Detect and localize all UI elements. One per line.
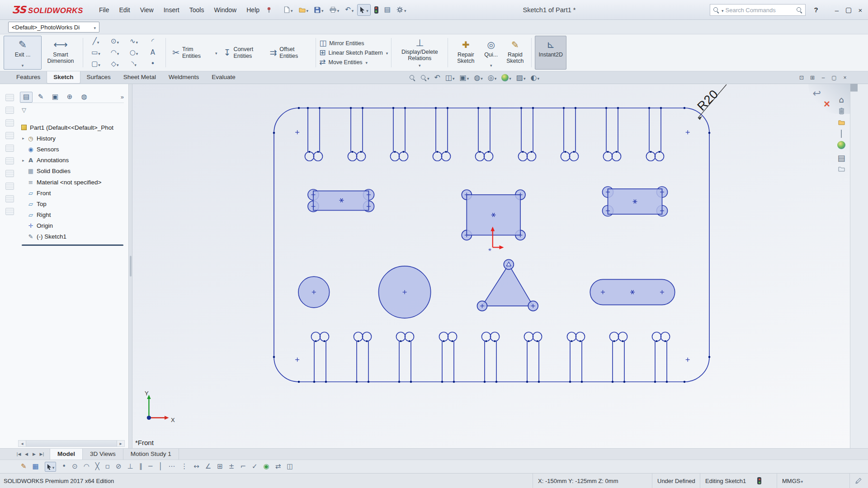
- trim-entities-button[interactable]: ✂ Trim Entities: [169, 36, 220, 70]
- angle-snap-icon[interactable]: ∠: [205, 463, 211, 470]
- point-snap-icon[interactable]: •: [62, 463, 66, 470]
- appearances-icon[interactable]: [837, 141, 845, 150]
- left-dock-icon-8[interactable]: [5, 183, 14, 190]
- rebuild-button[interactable]: [372, 4, 381, 16]
- tab-evaluate[interactable]: Evaluate: [205, 71, 242, 84]
- fillet-tool-button[interactable]: ◝: [124, 58, 143, 70]
- tree-item-top-plane[interactable]: ▱ Top: [20, 198, 127, 209]
- scroll-right-icon[interactable]: ▸: [117, 441, 124, 446]
- tab-scroll-last-icon[interactable]: ▶|: [38, 452, 45, 456]
- apply-scene-icon[interactable]: ▨: [516, 74, 526, 81]
- move-entities-icon[interactable]: ⇄: [275, 463, 281, 470]
- polygon-tool-button[interactable]: ◇: [105, 58, 124, 70]
- display-delete-dropdown-icon[interactable]: [419, 62, 421, 68]
- panel-scrollbar[interactable]: ◂ ▸: [18, 440, 125, 447]
- save-dropdown-icon[interactable]: [321, 6, 324, 14]
- search-input[interactable]: [726, 7, 794, 14]
- tree-item-front-plane[interactable]: ▱ Front: [20, 188, 127, 198]
- view-palette-icon[interactable]: [841, 130, 842, 137]
- text-tool-button[interactable]: A: [143, 47, 162, 58]
- sketch-relations-icon[interactable]: ◉: [264, 463, 269, 470]
- tags-icon[interactable]: [849, 474, 863, 488]
- ellipse-tool-button[interactable]: ○: [124, 47, 143, 58]
- exit-sketch-button[interactable]: ✎ Exit ...: [4, 36, 42, 70]
- smart-dimension-button[interactable]: ⟷ Smart Dimension: [42, 36, 80, 70]
- close-button[interactable]: ×: [854, 6, 866, 14]
- undo-dropdown-icon[interactable]: [351, 6, 354, 14]
- confirm-exit-sketch-icon[interactable]: ↩: [813, 88, 821, 99]
- left-dock-icon-9[interactable]: [5, 195, 14, 202]
- units-dropdown-icon[interactable]: [800, 478, 803, 484]
- corner-snap-icon[interactable]: ⌐: [240, 463, 246, 470]
- file-explorer-icon[interactable]: [838, 166, 845, 173]
- sketch-outer-profile[interactable]: [274, 107, 709, 383]
- menu-edit[interactable]: Edit: [114, 4, 135, 16]
- left-dock-icon-5[interactable]: [5, 145, 14, 152]
- open-dropdown-icon[interactable]: [306, 6, 309, 14]
- view-orientation-icon[interactable]: ▣: [460, 74, 469, 81]
- horizontal-snap-icon[interactable]: ─: [148, 463, 152, 470]
- configuration-dropdown[interactable]: <Default>_PhotoWorks Di: [8, 22, 99, 33]
- task-strip-icon-8[interactable]: [857, 84, 858, 92]
- file-properties-button[interactable]: ▤: [382, 4, 393, 15]
- filter-icon[interactable]: ▽: [22, 107, 26, 113]
- custom-properties-icon[interactable]: ▤: [837, 154, 845, 162]
- previous-view-icon[interactable]: ↶: [434, 74, 440, 81]
- display-style-icon[interactable]: ◍: [474, 74, 483, 81]
- instant2d-button[interactable]: ⊾ Instant2D: [535, 36, 566, 70]
- tree-item-origin[interactable]: ✛ Origin: [20, 221, 127, 231]
- rapid-sketch-button[interactable]: ✎ Rapid Sketch: [502, 36, 528, 70]
- perpendicular-snap-icon[interactable]: ⊥: [127, 463, 133, 470]
- open-document-button[interactable]: [297, 4, 311, 16]
- sketch-triangle[interactable]: [477, 259, 538, 311]
- view-settings-icon[interactable]: ◐: [530, 74, 539, 81]
- tab-motion-study-1[interactable]: Motion Study 1: [123, 449, 179, 460]
- displaymanager-tab-icon[interactable]: ◍: [78, 92, 90, 103]
- zoom-area-icon[interactable]: [420, 74, 429, 81]
- tab-weldments[interactable]: Weldments: [162, 71, 205, 84]
- configurationmanager-tab-icon[interactable]: ▣: [49, 92, 61, 103]
- new-document-button[interactable]: [282, 4, 295, 16]
- maximize-button[interactable]: ▢: [843, 6, 854, 14]
- repair-sketch-button[interactable]: ✚ Repair Sketch: [451, 36, 480, 70]
- new-dropdown-icon[interactable]: [290, 6, 293, 14]
- sketch-canvas[interactable]: R20 Y X: [132, 84, 850, 448]
- edit-appearance-icon[interactable]: [501, 74, 511, 81]
- point-tool-button[interactable]: •: [143, 58, 162, 70]
- offset-entities-button[interactable]: ⇉ Offset Entities: [266, 36, 312, 70]
- linear-sketch-pattern-button[interactable]: ⊞Linear Sketch Pattern: [319, 49, 388, 56]
- undo-button[interactable]: ↶: [343, 4, 356, 16]
- zoom-fit-icon[interactable]: [409, 75, 415, 81]
- options-button[interactable]: [394, 4, 409, 16]
- doc-close-button[interactable]: ×: [841, 75, 849, 81]
- pin-menu-icon[interactable]: [266, 7, 272, 13]
- expand-arrow-icon[interactable]: ▸: [20, 158, 27, 163]
- doc-minimize-button[interactable]: –: [819, 75, 827, 81]
- left-dock-icon-6[interactable]: [5, 157, 14, 164]
- sketch-settings-icon[interactable]: ✎: [21, 463, 27, 470]
- tree-item-material[interactable]: ≡ Material <not specified>: [20, 177, 127, 188]
- tab-sheet-metal[interactable]: Sheet Metal: [117, 71, 162, 84]
- minimize-button[interactable]: –: [831, 6, 843, 14]
- arc-tool-button[interactable]: ◠: [105, 47, 124, 58]
- menu-help[interactable]: Help: [241, 4, 264, 16]
- tree-item-sensors[interactable]: ◉ Sensors: [20, 144, 127, 155]
- expand-arrow-icon[interactable]: ▸: [20, 136, 27, 141]
- options-dropdown-icon[interactable]: [404, 6, 406, 14]
- search-scope-icon[interactable]: [713, 7, 719, 13]
- tree-item-history[interactable]: ▸ ◷ History: [20, 133, 127, 144]
- tab-model[interactable]: Model: [50, 449, 83, 460]
- left-dock-icon-3[interactable]: [5, 119, 14, 127]
- tree-item-annotations[interactable]: ▸ A Annotations: [20, 155, 127, 166]
- dimxpertmanager-tab-icon[interactable]: ⊕: [63, 92, 76, 103]
- move-entities-button[interactable]: ⇄Move Entities: [319, 58, 388, 66]
- length-snap-icon[interactable]: ↔: [193, 463, 199, 470]
- graphics-viewport[interactable]: R20 Y X ↩ × ⌂: [132, 84, 850, 448]
- tree-item-sketch1[interactable]: ✎ (-) Sketch1: [20, 231, 127, 242]
- vertical-snap-icon[interactable]: │: [158, 463, 162, 470]
- arc-midpoint-snap-icon[interactable]: ◠: [84, 463, 90, 470]
- scroll-left-icon[interactable]: ◂: [19, 441, 26, 446]
- tangent-snap-icon[interactable]: ⊘: [116, 463, 122, 470]
- tab-3d-views[interactable]: 3D Views: [83, 449, 123, 460]
- quick-snaps-dropdown-icon[interactable]: [490, 62, 492, 68]
